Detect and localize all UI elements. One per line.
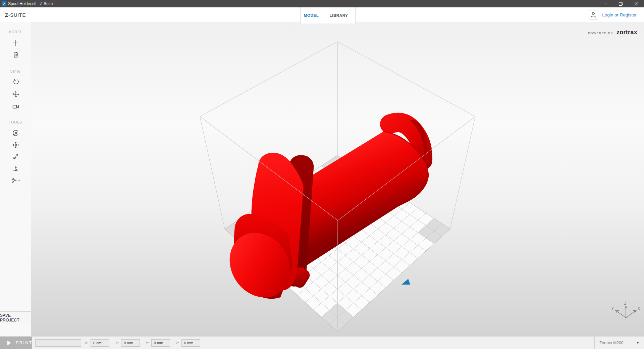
printer-select[interactable]: Zortrax M200 ▼ — [594, 337, 644, 349]
scale-icon — [12, 153, 20, 161]
camera-icon — [12, 103, 20, 110]
volume-field: V: 0 cm³ — [85, 339, 109, 347]
close-icon — [635, 2, 638, 6]
section-label-view: VIEW — [0, 70, 31, 74]
z-suite-window: z Spool Holder.stl - Z-Suite Z-SUITE MOD… — [0, 0, 644, 349]
platform-front-marker — [401, 279, 410, 285]
status-bar: PRINT V: 0 cm³ X: 0 mm Y: 0 mm Z: 0 mm Z… — [0, 336, 644, 349]
restore-icon — [619, 2, 623, 6]
x-dimension-field: X: 0 mm — [115, 339, 140, 347]
axis-label-x: X — [638, 307, 640, 310]
camera-view-button[interactable] — [11, 102, 20, 111]
tab-library[interactable]: LIBRARY — [322, 7, 356, 23]
trash-icon — [12, 51, 19, 58]
minimize-button[interactable] — [598, 0, 613, 7]
powered-by-badge: POWERED BY zortrax — [588, 29, 637, 36]
chevron-down-icon: ▼ — [636, 341, 639, 345]
save-project-button[interactable]: SAVE PROJECT — [0, 311, 31, 323]
split-object-button[interactable] — [11, 176, 20, 185]
app-icon: z — [2, 1, 6, 6]
tab-model[interactable]: MODEL — [300, 7, 322, 23]
move-object-button[interactable] — [11, 140, 20, 149]
progress-bar — [35, 339, 81, 347]
place-on-platform-button[interactable] — [11, 164, 20, 173]
login-or-register-link[interactable]: Login or Register — [602, 12, 637, 17]
place-on-platform-icon — [12, 164, 20, 172]
title-bar: z Spool Holder.stl - Z-Suite — [0, 0, 644, 7]
restore-button[interactable] — [613, 0, 629, 7]
rotate-view-button[interactable] — [11, 77, 20, 86]
zortrax-logo: zortrax — [616, 29, 637, 36]
plus-icon — [12, 39, 19, 47]
minimize-icon — [604, 2, 607, 6]
section-label-tools: TOOLS — [0, 120, 31, 124]
play-icon — [7, 341, 11, 345]
rotate-view-icon — [12, 78, 20, 86]
toolbar-sidebar: MODEL VIEW — [0, 22, 31, 336]
delete-model-button[interactable] — [11, 50, 20, 59]
zsuite-logo: Z-SUITE — [0, 7, 31, 22]
move-icon — [12, 141, 20, 149]
print-button[interactable]: PRINT — [0, 337, 32, 349]
close-button[interactable] — [629, 0, 644, 7]
y-dimension-field: Y: 0 mm — [146, 339, 170, 347]
axis-label-z: Z — [624, 302, 626, 305]
volume-value: 0 cm³ — [91, 339, 109, 347]
build-scene: Z Y X — [31, 22, 644, 336]
viewport-3d-canvas[interactable]: Z Y X POWERED BY zortrax — [31, 22, 644, 336]
powered-by-text: POWERED BY — [588, 32, 613, 35]
rotate-object-button[interactable] — [11, 129, 20, 138]
scale-object-button[interactable] — [11, 152, 20, 161]
pan-icon — [12, 90, 20, 98]
section-label-model: MODEL — [0, 30, 31, 34]
y-dimension-value: 0 mm — [151, 339, 170, 347]
person-icon — [591, 12, 596, 18]
split-scissors-icon — [11, 177, 20, 184]
axis-indicator: Z Y X — [611, 302, 640, 318]
add-model-button[interactable] — [11, 38, 20, 47]
account-button[interactable] — [589, 10, 598, 19]
window-title: Spool Holder.stl - Z-Suite — [8, 0, 53, 7]
z-dimension-value: 0 mm — [181, 339, 200, 347]
rotate-object-icon — [12, 129, 20, 137]
x-dimension-value: 0 mm — [121, 339, 140, 347]
header: Z-SUITE MODEL LIBRARY Login or Register — [0, 7, 644, 22]
z-dimension-field: Z: 0 mm — [176, 339, 200, 347]
pan-view-button[interactable] — [11, 90, 20, 99]
axis-label-y: Y — [611, 307, 614, 310]
